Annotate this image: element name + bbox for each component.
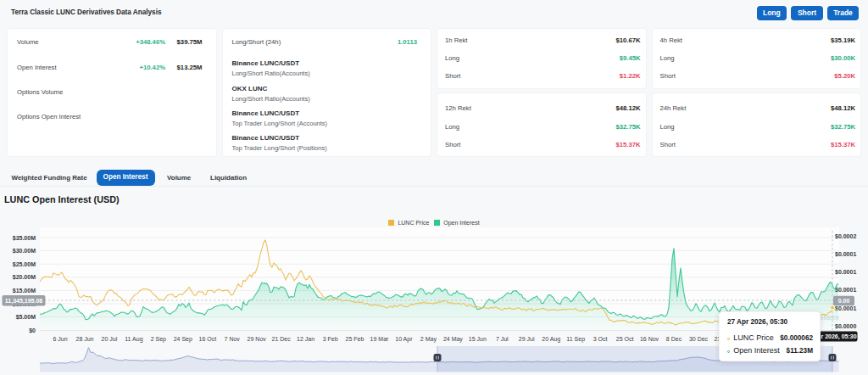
svg-text:12 Jan: 12 Jan xyxy=(297,336,314,342)
svg-text:$0: $0 xyxy=(29,327,36,334)
svg-text:$25.00M: $25.00M xyxy=(13,261,36,268)
svg-text:$5.00M: $5.00M xyxy=(16,314,36,321)
svg-text:$30.00M: $30.00M xyxy=(13,248,36,255)
svg-text:24 May: 24 May xyxy=(443,336,463,343)
svg-text:21 Dec: 21 Dec xyxy=(272,336,292,342)
svg-text:r 2026, 05:30: r 2026, 05:30 xyxy=(821,333,857,340)
svg-text:$35.00M: $35.00M xyxy=(13,235,36,242)
svg-text:0.00: 0.00 xyxy=(838,298,850,304)
svg-text:8 Dec: 8 Dec xyxy=(666,336,682,342)
svg-text:29 Jul: 29 Jul xyxy=(519,336,535,342)
svg-text:3 Oct: 3 Oct xyxy=(593,336,608,342)
svg-text:29 Nov: 29 Nov xyxy=(248,336,267,342)
svg-text:20 Aug: 20 Aug xyxy=(542,336,560,343)
svg-text:16 Oct: 16 Oct xyxy=(198,336,216,342)
svg-text:11,345,195.08: 11,345,195.08 xyxy=(5,298,42,305)
svg-text:15 Jun: 15 Jun xyxy=(469,336,487,342)
svg-text:$0.0001: $0.0001 xyxy=(835,269,856,276)
svg-text:24 Sep: 24 Sep xyxy=(174,336,192,343)
svg-text:7 Nov: 7 Nov xyxy=(225,336,241,342)
svg-text:$0.0002: $0.0002 xyxy=(835,233,856,240)
svg-text:2 May: 2 May xyxy=(420,336,437,343)
svg-text:10 Apr: 10 Apr xyxy=(395,336,413,343)
svg-text:11 Aug: 11 Aug xyxy=(125,336,142,343)
svg-text:28 Jun: 28 Jun xyxy=(75,336,93,342)
svg-text:7 Jul: 7 Jul xyxy=(496,336,509,342)
svg-text:16 Nov: 16 Nov xyxy=(640,336,659,342)
svg-text:30 Dec: 30 Dec xyxy=(689,336,709,342)
svg-text:19 Mar: 19 Mar xyxy=(370,336,389,342)
svg-text:3 Feb: 3 Feb xyxy=(323,336,338,342)
svg-text:$15.00M: $15.00M xyxy=(13,288,36,294)
svg-text:25 Oct: 25 Oct xyxy=(616,336,634,342)
svg-text:6 Jun: 6 Jun xyxy=(53,336,67,342)
svg-text:20 Jul: 20 Jul xyxy=(102,336,118,342)
svg-text:$20.00M: $20.00M xyxy=(13,274,36,281)
svg-text:25 Feb: 25 Feb xyxy=(346,336,364,342)
svg-text:11 Sep: 11 Sep xyxy=(566,336,585,343)
svg-text:$0.0001: $0.0001 xyxy=(835,251,856,258)
svg-text:2 Sep: 2 Sep xyxy=(151,336,166,343)
